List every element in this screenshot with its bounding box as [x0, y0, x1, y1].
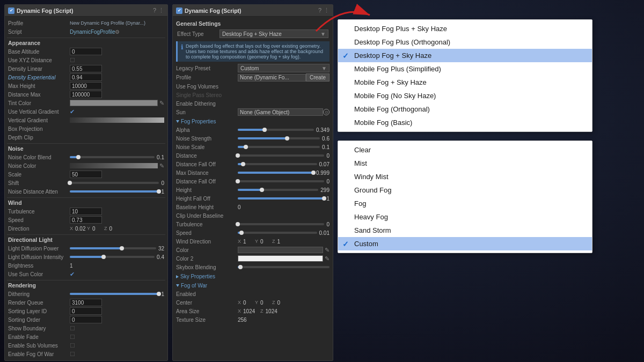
- urp-menu-icon[interactable]: ⋮: [158, 7, 164, 14]
- builtin-dist-fall-off2-track[interactable]: [238, 180, 324, 182]
- builtin-baseline-height-label: Baseline Height: [176, 204, 238, 210]
- urp-sorting-layer-id-input[interactable]: [70, 307, 102, 315]
- urp-noise-dist-atten-track[interactable]: [70, 190, 159, 193]
- builtin-alpha: Alpha 0.349: [175, 125, 331, 134]
- urp-vert-grad-label: Vertical Gradient: [8, 117, 70, 123]
- builtin-wind-direction-xyz: X 1 Y 0 Z 1: [238, 239, 330, 245]
- urp-use-sun-color-checkbox[interactable]: ✔: [70, 271, 75, 278]
- builtin-dist-fall-off-val: 0.07: [319, 161, 330, 167]
- urp-noise-dist-atten-label: Noise Distance Atten: [8, 189, 70, 195]
- preset-item-mist[interactable]: Mist: [338, 157, 592, 170]
- builtin-create-button[interactable]: Create: [306, 73, 330, 82]
- builtin-fow-center-label: Center: [176, 300, 238, 306]
- fog-type-item-mobile-basic[interactable]: Mobile Fog (Basic): [338, 116, 592, 129]
- urp-noise-color-swatch[interactable]: [70, 163, 158, 168]
- builtin-sun-dropdown[interactable]: None (Game Object): [238, 108, 323, 116]
- preset-item-clear[interactable]: Clear: [338, 143, 592, 157]
- preset-item-sand-storm[interactable]: Sand Storm: [338, 224, 592, 237]
- builtin-fog-of-war-toggle[interactable]: [176, 284, 179, 287]
- urp-use-xyz: Use XYZ Distance ☐: [7, 56, 165, 64]
- urp-help-icon[interactable]: ?: [153, 7, 156, 14]
- urp-sorting-order-input[interactable]: [70, 316, 102, 323]
- urp-render-queue-input[interactable]: [70, 299, 102, 306]
- builtin-legacy-preset-dropdown[interactable]: Custom ▼: [238, 64, 330, 72]
- builtin-fow-area-size-label: Area Size: [176, 308, 238, 314]
- preset-item-ground-fog[interactable]: Ground Fog: [338, 183, 592, 197]
- builtin-height-fall-off-track[interactable]: [238, 197, 324, 200]
- urp-sorting-order: Sorting Order: [7, 315, 165, 324]
- builtin-height-track[interactable]: [238, 189, 318, 191]
- builtin-distance-track[interactable]: [238, 154, 324, 157]
- builtin-wind-x-label: X: [238, 239, 241, 244]
- builtin-height-thumb: [260, 188, 264, 192]
- urp-scale-input[interactable]: [70, 171, 102, 178]
- urp-noise-color-edit-icon[interactable]: ✎: [159, 162, 164, 169]
- urp-use-xyz-checkbox[interactable]: ☐: [70, 57, 75, 64]
- urp-enable-fade-checkbox[interactable]: ☐: [70, 334, 75, 340]
- urp-density-exp-input[interactable]: [70, 73, 102, 81]
- builtin-max-distance-track[interactable]: [238, 172, 314, 174]
- urp-use-vert-grad-checkbox[interactable]: ✔: [70, 108, 75, 115]
- urp-noise-dist-atten: Noise Distance Atten 1: [7, 187, 165, 196]
- urp-distance-max-input[interactable]: [70, 91, 102, 98]
- urp-shift-track[interactable]: [70, 182, 159, 184]
- builtin-use-fog-volumes-row: Use Fog Volumes: [175, 82, 331, 91]
- fog-type-item-mobile-simplified[interactable]: Mobile Fog Plus (Simplified): [338, 62, 592, 76]
- urp-turbulence-input[interactable]: [70, 208, 102, 215]
- builtin-color2-edit-icon[interactable]: ✎: [325, 255, 330, 262]
- builtin-sun-circle-icon[interactable]: ⊙: [323, 109, 330, 115]
- urp-enable-fog-of-war-checkbox[interactable]: ☐: [70, 351, 75, 357]
- preset-item-fog[interactable]: Fog: [338, 197, 592, 210]
- builtin-turbulence2-track[interactable]: [238, 223, 324, 225]
- urp-dir-light-section: Directional Light: [7, 234, 165, 244]
- builtin-alpha-track[interactable]: [238, 129, 314, 131]
- urp-light-diff-intensity-track[interactable]: [70, 256, 155, 258]
- preset-item-custom[interactable]: ✓ Custom: [338, 237, 592, 250]
- urp-enable-sub-volumes-checkbox[interactable]: ☐: [70, 342, 75, 349]
- builtin-height-fall-off-label: Height Fall Off: [176, 196, 238, 202]
- urp-speed-input[interactable]: [70, 216, 102, 224]
- builtin-fog-properties-toggle[interactable]: [176, 120, 179, 123]
- urp-shift-slider-container: 0: [70, 180, 164, 186]
- fog-type-item-desktop-plus-orth[interactable]: Desktop Fog Plus (Orthogonal): [338, 35, 592, 49]
- builtin-speed2-track[interactable]: [238, 232, 317, 234]
- builtin-skybox-blending-track[interactable]: [238, 266, 330, 268]
- builtin-profile-dropdown[interactable]: None (Dynamic Fo...: [238, 74, 306, 82]
- builtin-height-val: 299: [320, 187, 330, 193]
- urp-tint-color-edit-icon[interactable]: ✎: [159, 100, 164, 106]
- urp-tint-color-swatch[interactable]: [70, 100, 158, 106]
- urp-base-altitude-input[interactable]: [70, 48, 102, 55]
- fog-type-item-mobile-sky[interactable]: Mobile Fog + Sky Haze: [338, 76, 592, 89]
- builtin-noise-strength-track[interactable]: [238, 137, 320, 139]
- urp-density-exp: Density Experiential: [7, 73, 165, 82]
- urp-script-label: Script: [8, 29, 70, 35]
- builtin-sky-properties-toggle[interactable]: [176, 275, 179, 278]
- urp-vert-grad-swatch[interactable]: [70, 117, 164, 123]
- urp-density-linear-input[interactable]: [70, 65, 102, 72]
- preset-item-heavy-fog[interactable]: Heavy Fog: [338, 210, 592, 224]
- builtin-height-fall-off-fill: [238, 197, 324, 200]
- urp-show-boundary-checkbox[interactable]: ☐: [70, 325, 75, 331]
- urp-shift-val: 0: [161, 180, 164, 186]
- builtin-fog-properties-section: Fog Properties: [175, 117, 331, 125]
- builtin-color-swatch[interactable]: [238, 247, 323, 253]
- urp-depth-clip: Depth Clip: [7, 133, 165, 142]
- urp-panel: ✔ Dynamic Fog (Script) ? ⋮ Profile New D…: [4, 4, 168, 361]
- urp-dithering-track[interactable]: [70, 293, 159, 295]
- builtin-color2-swatch[interactable]: [238, 255, 323, 262]
- preset-item-windy-mist[interactable]: Windy Mist: [338, 170, 592, 183]
- urp-script-gear[interactable]: ⚙: [115, 29, 120, 35]
- urp-dithering-label: Dithering: [8, 291, 70, 297]
- fog-type-item-mobile-no-sky[interactable]: Mobile Fog (No Sky Haze): [338, 89, 592, 102]
- urp-max-height-input[interactable]: [70, 82, 102, 90]
- urp-sorting-order-label: Sorting Order: [8, 317, 70, 323]
- fog-type-item-mobile-orth[interactable]: Mobile Fog (Orthogonal): [338, 102, 592, 116]
- builtin-color-edit-icon[interactable]: ✎: [325, 247, 330, 253]
- builtin-dist-fall-off-track[interactable]: [238, 163, 317, 165]
- urp-light-diff-power-track[interactable]: [70, 247, 156, 249]
- fog-type-item-desktop-sky[interactable]: ✓ Desktop Fog + Sky Haze: [338, 49, 592, 62]
- builtin-noise-scale-track[interactable]: [238, 146, 320, 148]
- fog-type-item-desktop-plus-sky[interactable]: Desktop Fog Plus + Sky Haze: [338, 22, 592, 35]
- urp-noise-color-blend-track[interactable]: [70, 156, 155, 158]
- urp-light-diff-intensity-val: 0.4: [157, 254, 164, 260]
